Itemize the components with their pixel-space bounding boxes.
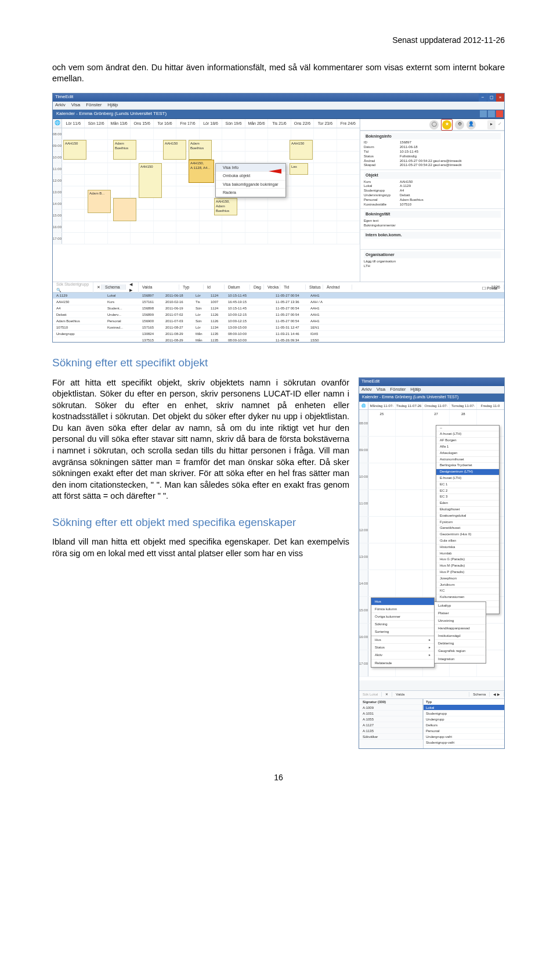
menu-item[interactable]: Fönster (390, 387, 406, 392)
type-list-item[interactable]: Studentgrupp-vafri (424, 740, 504, 745)
calendar-event[interactable]: AAH150 (63, 140, 86, 160)
dropdown-item[interactable]: Hus P (Paradis) (436, 570, 499, 576)
list-item[interactable]: A:1031 (359, 711, 377, 716)
child-close[interactable] (496, 110, 503, 117)
ctx-item[interactable]: Relaterade (371, 660, 434, 667)
ctx-sub-item[interactable]: Handikappanpassad (435, 625, 486, 632)
refresh-icon[interactable]: ◯ (429, 120, 439, 129)
dropdown-item[interactable]: A-huset (LTH) (436, 431, 499, 438)
menu-item[interactable]: Visa (71, 102, 80, 109)
type-list-item[interactable]: Undergrupp (424, 716, 504, 722)
calendar-event[interactable]: Adam Boethius (113, 140, 136, 160)
dropdown-item[interactable]: EC 1 (436, 482, 499, 488)
nav-prev[interactable]: ◀ ▶ (126, 282, 139, 293)
menu-item[interactable]: Fönster (86, 102, 102, 109)
dropdown-item[interactable]: E-huset (LTH) (436, 475, 499, 482)
dropdown-item[interactable]: Josephson (436, 576, 499, 582)
ctx-sub-item[interactable]: Geografisk region (435, 647, 486, 655)
ctx-sub-item[interactable]: Platser (435, 610, 486, 617)
ctx-item[interactable]: Sortering (371, 628, 434, 636)
calendar-event-selected[interactable]: A4H150, A:1128, A4... (189, 160, 214, 183)
privat-checkbox[interactable]: ☐ Privat (482, 286, 497, 291)
list-item[interactable]: A:1055 (359, 716, 377, 722)
ctx-sub-item[interactable]: Lokaltyp (435, 602, 486, 610)
dropdown-item[interactable]: Historiska (436, 545, 499, 551)
globe-icon[interactable]: 🌐 (359, 402, 368, 409)
table-row[interactable]: Adam BoethiusPersonal1569002011-07-03Sön… (53, 318, 504, 325)
calendar-event[interactable]: AAH150 (163, 140, 186, 160)
list-item[interactable]: A:1009 (359, 705, 377, 710)
dropdown-item[interactable]: EC 2 (436, 488, 499, 495)
search-input[interactable]: Sök Lokal (359, 692, 382, 697)
tab-schema[interactable]: Schema (102, 284, 126, 290)
ctx-item[interactable]: Aktiv (375, 653, 382, 657)
table-row[interactable]: DebattUnderv...1568992011-07-02Lör112610… (53, 312, 504, 318)
calendar-event[interactable]: Adam B... (88, 190, 111, 213)
dropdown-item[interactable]: Ekologihuset (436, 507, 499, 513)
ctx-item[interactable]: Radera (216, 189, 285, 196)
table-row[interactable]: 107510Kostnad...1571652011-08-27Lör11341… (53, 325, 504, 331)
gear-icon[interactable]: ⚙ (455, 120, 464, 129)
ctx-item[interactable]: Sökning (371, 621, 434, 628)
calendar-event[interactable]: AAH150 (290, 140, 313, 160)
ctx-item[interactable]: Hus (375, 638, 381, 642)
close-btn[interactable]: × (496, 93, 504, 102)
ctx-item[interactable]: Visa bakomliggande bokningar (216, 181, 285, 189)
dropdown-item[interactable]: Juridicum (436, 582, 499, 589)
dropdown-item[interactable]: Gula villan (436, 538, 499, 545)
dropdown-item[interactable]: Hus M (Paradis) (436, 563, 499, 570)
dropdown-item[interactable]: AF Borgen (436, 438, 499, 444)
menu-item[interactable]: Arkiv (55, 102, 66, 109)
dropdown-item[interactable]: Genetikhuset (436, 525, 499, 532)
table-row[interactable]: AAH150Kurs1571612010-02-16Tis100716:45-1… (53, 299, 504, 305)
dropdown-item[interactable]: Evakueringslokal (436, 513, 499, 520)
type-list-item[interactable]: Lokal (424, 705, 504, 711)
menu-item[interactable]: Visa (377, 387, 385, 392)
type-list-item[interactable]: Delkurs (424, 722, 504, 728)
dropdown-item[interactable]: Alfa 1 (436, 444, 499, 451)
dropdown-item[interactable]: Fysicum (436, 520, 499, 526)
collapse-icon[interactable]: ▸ (487, 120, 495, 129)
calendar-event[interactable]: Las (290, 163, 308, 175)
globe-icon[interactable]: 🌐 (53, 119, 62, 128)
list-item[interactable]: A:1127 (359, 722, 377, 727)
ctx-item[interactable]: Första kolumn (371, 606, 434, 613)
clear-icon[interactable]: ✕ (93, 284, 102, 290)
user-icon[interactable]: 👤 (466, 120, 476, 129)
dropdown-item[interactable]: -- (436, 426, 499, 432)
menu-item[interactable]: Arkiv (361, 387, 372, 392)
table-row[interactable]: 1375152011-08-29Mån113508:00-10:0011-05-… (53, 337, 504, 343)
ctx-sub-item[interactable]: Utrustning (435, 617, 486, 625)
nav-icons[interactable]: ◀ ▶ (490, 692, 504, 697)
clear-icon[interactable]: ✕ (382, 692, 392, 697)
dropdown-item[interactable]: EC 3 (436, 494, 499, 500)
list-item[interactable]: Sökvälkar (359, 734, 381, 739)
type-list-item[interactable]: Undergrupp-vafri (424, 734, 504, 740)
dropdown-item[interactable]: Eden (436, 500, 499, 507)
dropdown-item[interactable]: Humlab (436, 551, 499, 557)
tab-valda[interactable]: Valda (139, 284, 179, 290)
ctx-sub-item[interactable]: Institutionsägd (435, 632, 486, 640)
dropdown-item[interactable]: Hus G (Paradis) (436, 557, 499, 563)
child-maximize[interactable] (488, 110, 495, 117)
dropdown-item[interactable]: Arkeologen (436, 451, 499, 457)
table-row[interactable]: A4Student...1568982011-06-19Sön112410:15… (53, 305, 504, 312)
dropdown-item[interactable]: Astronomihuset (436, 457, 499, 463)
calendar-event[interactable]: Adam Boethius (189, 140, 212, 160)
table-row[interactable]: A:1129Lokal1568972011-06-18Lör112410:15-… (53, 293, 504, 299)
table-row[interactable]: Undergrupp1308242011-08-29Mån113508:00-1… (53, 331, 504, 337)
dropdown-item[interactable]: Kulturanatomen (436, 595, 499, 601)
minimize-btn[interactable]: − (479, 93, 487, 102)
dropdown-item[interactable]: KC (436, 588, 499, 595)
dropdown-item[interactable]: Berlingska Tryckeriet (436, 463, 499, 469)
child-minimize[interactable] (480, 110, 487, 117)
ctx-sub-item[interactable]: Integration (435, 655, 486, 663)
tab-valda[interactable]: Valda (392, 692, 469, 697)
maximize-btn[interactable]: ◻ (487, 93, 495, 102)
type-list-item[interactable]: Studentgrupp (424, 711, 504, 716)
menu-item[interactable]: Hjälp (410, 387, 421, 392)
menu-item[interactable]: Hjälp (107, 102, 118, 109)
calendar-event[interactable]: A4H150 (139, 163, 162, 198)
calendar-body[interactable]: 08:0009:0010:0011:0012:0013:0014:0015:00… (53, 128, 360, 279)
calendar-event[interactable]: AAH150, Adam Boethius (214, 198, 237, 215)
